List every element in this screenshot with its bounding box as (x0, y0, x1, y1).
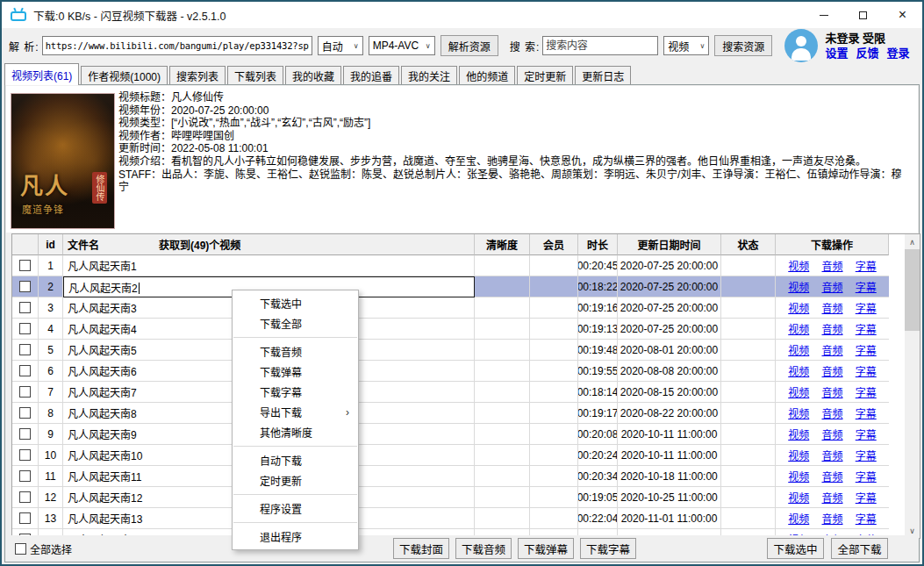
download-audio-link[interactable]: 音频 (821, 363, 842, 378)
download-all-button[interactable]: 全部下载 (831, 538, 888, 559)
vertical-scrollbar[interactable]: ∧ ∨ (905, 234, 920, 538)
menu-item[interactable]: 退出程序 › (233, 527, 358, 547)
download-video-link[interactable]: 视频 (788, 342, 809, 357)
download-audio-link[interactable]: 音频 (821, 279, 842, 294)
row-checkbox[interactable] (19, 281, 31, 292)
download-video-link[interactable]: 视频 (788, 384, 809, 399)
download-video-link[interactable]: 视频 (788, 511, 809, 526)
table-row[interactable]: 6 凡人风起天南6 00:19:55 2020-08-08 20:00:00 视… (12, 361, 889, 382)
close-button[interactable]: × (883, 2, 922, 28)
download-video-link[interactable]: 视频 (788, 363, 809, 378)
table-row[interactable]: 12 凡人风起天南12 00:19:05 2020-10-25 11:00:00… (12, 487, 889, 508)
search-input[interactable] (542, 36, 658, 55)
download-audio-link[interactable]: 音频 (821, 448, 842, 462)
download-video-link[interactable]: 视频 (788, 321, 809, 336)
download-danmaku-button[interactable]: 下载弹幕 (518, 538, 574, 559)
row-checkbox[interactable] (19, 260, 31, 271)
table-row[interactable]: 7 凡人风起天南7 00:18:14 2020-08-15 20:00:00 视… (12, 382, 889, 403)
table-row[interactable]: 11 凡人风起天南11 00:20:34 2020-10-18 11:00:00… (12, 466, 889, 487)
menu-item[interactable]: 自动下载 › (233, 450, 358, 470)
menu-item[interactable]: 导出下载 › (233, 402, 358, 422)
table-row[interactable]: 10 凡人风起天南10 00:20:24 2020-10-11 11:00:00… (12, 445, 889, 466)
download-subtitle-link[interactable]: 字幕 (856, 426, 877, 441)
tab[interactable]: 搜索列表 (169, 66, 226, 85)
tab[interactable]: 下载列表 (227, 66, 283, 85)
mode-select[interactable]: 自动 ∨ (318, 36, 363, 55)
download-video-link[interactable]: 视频 (788, 405, 809, 420)
download-subtitle-link[interactable]: 字幕 (856, 469, 877, 484)
menu-item[interactable]: 其他清晰度 › (233, 422, 358, 442)
search-type-select[interactable]: 视频 ∨ (663, 36, 709, 55)
download-audio-link[interactable]: 音频 (821, 490, 842, 505)
format-select[interactable]: MP4-AVC ∨ (369, 36, 435, 55)
login-link[interactable]: 登录 (886, 46, 909, 61)
menu-item[interactable]: 程序设置 › (233, 498, 358, 519)
row-checkbox[interactable] (19, 365, 31, 376)
search-resource-button[interactable]: 搜索资源 (714, 35, 772, 56)
download-audio-link[interactable]: 音频 (821, 321, 842, 336)
scroll-up-icon[interactable]: ∧ (905, 234, 920, 249)
row-checkbox[interactable] (19, 323, 31, 334)
table-row[interactable]: 4 凡人风起天南4 00:19:13 2020-07-25 20:00:00 视… (12, 319, 889, 340)
download-video-link[interactable]: 视频 (788, 258, 809, 273)
table-row[interactable]: 5 凡人风起天南5 00:19:48 2020-08-01 20:00:00 视… (12, 340, 889, 361)
download-cover-button[interactable]: 下载封面 (393, 538, 449, 559)
tab[interactable]: 我的收藏 (285, 66, 341, 85)
download-subtitle-link[interactable]: 字幕 (856, 342, 877, 357)
parse-resource-button[interactable]: 解析资源 (441, 35, 498, 56)
menu-item[interactable]: 下载字幕 › (233, 382, 358, 402)
menu-item[interactable]: 下载弹幕 › (233, 362, 358, 382)
scrollbar-thumb[interactable] (905, 249, 920, 331)
download-video-link[interactable]: 视频 (788, 490, 809, 505)
menu-item[interactable]: 定时更新 › (233, 470, 358, 491)
avatar[interactable] (784, 29, 818, 62)
row-checkbox[interactable] (19, 302, 31, 313)
menu-item[interactable]: 下载全部 › (233, 313, 358, 333)
row-checkbox[interactable] (19, 428, 31, 440)
feedback-link[interactable]: 反馈 (856, 46, 878, 61)
download-subtitle-link[interactable]: 字幕 (856, 511, 877, 526)
download-audio-link[interactable]: 音频 (821, 384, 842, 399)
filename-cell[interactable]: 凡人风起天南1 (63, 255, 475, 276)
download-subtitle-link[interactable]: 字幕 (856, 448, 877, 462)
download-video-link[interactable]: 视频 (788, 469, 809, 484)
tab[interactable]: 我的追番 (343, 66, 399, 85)
url-input[interactable] (42, 36, 312, 55)
download-subtitle-link[interactable]: 字幕 (856, 321, 877, 336)
table-row[interactable]: 13 凡人风起天南13 00:22:04 2020-11-01 11:00:00… (12, 508, 889, 529)
download-video-link[interactable]: 视频 (788, 300, 809, 315)
row-checkbox[interactable] (19, 449, 31, 461)
download-subtitle-link[interactable]: 字幕 (856, 258, 877, 273)
select-all-checkbox[interactable] (15, 543, 26, 555)
download-selected-button[interactable]: 下载选中 (767, 538, 824, 559)
download-audio-link[interactable]: 音频 (821, 258, 842, 273)
download-video-link[interactable]: 视频 (788, 279, 809, 294)
menu-item[interactable]: 下载选中 › (233, 293, 358, 313)
row-checkbox[interactable] (19, 386, 31, 398)
download-audio-link[interactable]: 音频 (821, 300, 842, 315)
table-row[interactable]: 8 凡人风起天南8 00:19:17 2020-08-22 20:00:00 视… (12, 403, 889, 424)
tab[interactable]: 他的频道 (459, 66, 515, 85)
row-checkbox[interactable] (19, 491, 31, 503)
download-audio-link[interactable]: 音频 (821, 342, 842, 357)
download-audio-link[interactable]: 音频 (821, 511, 842, 526)
minimize-button[interactable] (804, 2, 843, 28)
settings-link[interactable]: 设置 (825, 46, 848, 61)
download-video-link[interactable]: 视频 (788, 426, 809, 441)
tab[interactable]: 更新日志 (575, 66, 631, 85)
table-row[interactable]: 9 凡人风起天南9 00:20:08 2020-10-11 11:00:00 视… (12, 424, 889, 445)
table-row[interactable]: 1 凡人风起天南1 00:20:45 2020-07-25 20:00:00 视… (12, 255, 889, 276)
download-subtitle-button[interactable]: 下载字幕 (580, 538, 636, 559)
download-video-link[interactable]: 视频 (788, 448, 809, 462)
download-audio-link[interactable]: 音频 (821, 405, 842, 420)
select-all[interactable]: 全部选择 (15, 541, 72, 556)
row-checkbox[interactable] (19, 407, 31, 419)
download-subtitle-link[interactable]: 字幕 (856, 279, 877, 294)
menu-item[interactable]: 下载音频 › (233, 341, 358, 362)
row-checkbox[interactable] (19, 470, 31, 482)
download-audio-button[interactable]: 下载音频 (455, 538, 512, 559)
download-subtitle-link[interactable]: 字幕 (856, 490, 877, 505)
download-subtitle-link[interactable]: 字幕 (856, 300, 877, 315)
download-subtitle-link[interactable]: 字幕 (856, 384, 877, 399)
tab[interactable]: 定时更新 (517, 66, 573, 85)
